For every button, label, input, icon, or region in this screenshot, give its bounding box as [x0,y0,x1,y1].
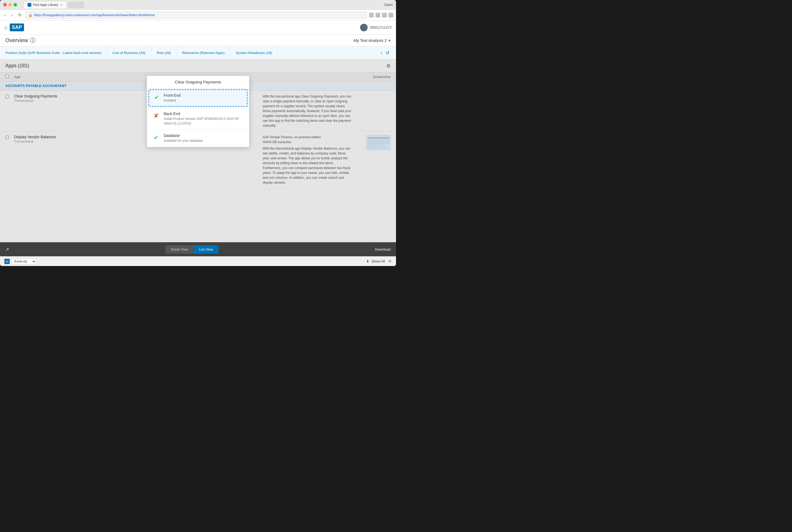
sap-logo-text: SAP [12,24,22,30]
close-status-icon[interactable]: ✕ [388,259,392,264]
overview-info-icon: ⓘ [30,37,35,44]
tab-bar: Fiori Apps Library ✕ [23,1,382,8]
backend-title: Back-End [164,112,244,116]
url-bar[interactable]: 🔒 https://fioriappslibrary.hana.ondemand… [25,12,367,19]
minimize-button[interactable] [8,3,12,6]
popup-title: Clear Outgoing Payments [147,76,249,88]
filter-nav: › ↺ [379,49,391,57]
popup-item-database: ✔ Database Available for your database [147,130,249,147]
analysis-label: My Test Analysis 2 [354,38,387,43]
file-dropdown[interactable]: Excel.xls [11,259,36,264]
lock-icon: 🔒 [29,13,33,17]
forward-button[interactable]: › [10,12,14,19]
popup-item-backend: ✘ Back-End Install Product Version SAP S… [147,108,249,130]
analysis-selector[interactable]: My Test Analysis 2 ▾ [354,38,391,43]
extension-icon[interactable] [382,13,387,18]
bookmark-icon[interactable] [369,13,374,18]
file-info: xls Excel.xls [4,259,36,264]
show-all-button[interactable]: ⬇ Show All [366,259,385,263]
show-all-label: Show All [372,259,385,263]
frontend-subtitle: Installed [164,98,243,103]
reload-button[interactable]: ↻ [17,11,23,19]
list-view-button[interactable]: List View [194,245,219,253]
popup-item-frontend: ✔ Front-End Installed [149,89,247,107]
filter-role[interactable]: Role (All) [151,46,176,59]
database-subtitle: Available for your database [164,138,244,143]
download-button[interactable]: Download [375,247,391,251]
filter-nav-forward[interactable]: › [379,49,383,57]
close-button[interactable] [3,3,7,6]
export-button[interactable]: ↗ [5,247,9,252]
download-icon: ⬇ [366,259,369,263]
check-icon-db: ✔ [152,134,160,141]
file-icon-label: xls [6,260,8,263]
view-toggle: Detail View List View [165,245,219,253]
sap-header: ⌂ SAP 👤 S0011711272 [0,20,396,35]
back-button[interactable]: ‹ [3,12,7,19]
database-title: Database [164,133,244,138]
frontend-content: Front-End Installed [164,93,243,103]
url-text: https://fioriappslibrary.hana.ondemand.c… [34,13,155,17]
popup-overlay: Clear Outgoing Payments ✔ Front-End Inst… [0,59,396,242]
backend-content: Back-End Install Product Version SAP SFI… [164,112,244,126]
chevron-down-icon: ▾ [389,38,391,43]
bottom-toolbar: ↗ Detail View List View Download [0,242,396,256]
database-content: Database Available for your database [164,133,244,143]
nav-icons [369,13,393,18]
popup: Clear Outgoing Payments ✔ Front-End Inst… [147,76,249,147]
traffic-lights [3,3,17,6]
filter-line-of-business[interactable]: Line of Business (All) [107,46,151,59]
overview-title: Overview ⓘ [5,37,35,44]
filter-nav-refresh[interactable]: ↺ [384,49,391,57]
info-icon[interactable] [376,13,380,18]
maximize-button[interactable] [14,3,17,6]
home-icon[interactable]: ⌂ [4,24,7,31]
filter-bar: Product Suite (SAP Business Suite - Late… [0,46,396,59]
browser-user-label: Gavin [384,3,393,7]
backend-subtitle: Install Product Version SAP SFINANCIALS … [164,117,244,126]
tab-favicon [27,3,31,7]
sap-logo[interactable]: SAP [10,23,24,31]
nav-bar: ‹ › ↻ 🔒 https://fioriappslibrary.hana.on… [0,10,396,20]
sap-content: Apps (181) ⚙ App Relevance System Readin… [0,59,396,242]
new-tab-ghost [68,2,84,8]
overview-bar: Overview ⓘ My Test Analysis 2 ▾ [0,35,396,46]
x-icon: ✘ [152,112,160,120]
menu-icon[interactable] [389,13,393,18]
filter-product-suite[interactable]: Product Suite (SAP Business Suite - Late… [5,46,107,59]
filter-relevance[interactable]: Relevance (Relevant Apps) [177,46,230,59]
active-tab[interactable]: Fiori Apps Library ✕ [23,1,67,8]
tab-label: Fiori Apps Library [33,3,58,7]
overview-label: Overview [5,37,28,43]
sap-app: ⌂ SAP 👤 S0011711272 Overview ⓘ My Test A… [0,20,396,266]
tab-close-icon[interactable]: ✕ [60,3,63,7]
status-bar: xls Excel.xls ⬇ Show All ✕ [0,256,396,266]
file-icon: xls [4,259,10,264]
frontend-title: Front-End [164,93,243,97]
detail-view-button[interactable]: Detail View [165,245,194,253]
user-area: 👤 S0011711272 [360,24,392,31]
user-id: S0011711272 [370,25,392,30]
user-avatar: 👤 [360,24,367,31]
filter-system-readiness[interactable]: System Readiness (All) [230,46,278,59]
check-icon: ✔ [153,94,161,101]
